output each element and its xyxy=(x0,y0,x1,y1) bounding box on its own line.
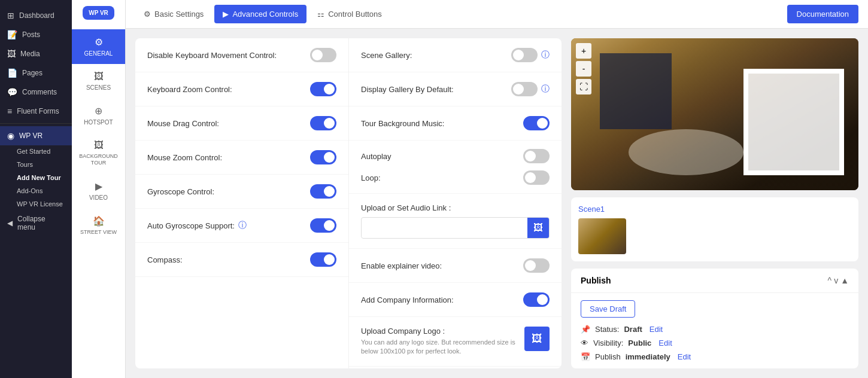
sidebar-item-posts[interactable]: 📝 Posts xyxy=(0,25,72,44)
zoom-in-button[interactable]: + xyxy=(576,43,591,59)
general-icon: ⚙ xyxy=(95,36,103,48)
toggle-slider xyxy=(523,116,550,130)
street-view-icon: 🏠 xyxy=(93,215,105,227)
tab-basic-settings[interactable]: ⚙ Basic Settings xyxy=(135,5,212,23)
right-panel: + - ⛶ Scene1 Publish ^ v ▲ xyxy=(571,38,858,368)
dashboard-icon: ⊞ xyxy=(7,11,14,20)
publish-status-row: 📌 Status: Draft Edit xyxy=(581,325,849,334)
save-draft-button[interactable]: Save Draft xyxy=(581,300,635,318)
publish-collapse-down[interactable]: v xyxy=(834,276,838,285)
sidebar-item-tours[interactable]: Tours xyxy=(12,158,72,170)
toggle-scene-gallery[interactable] xyxy=(511,48,538,62)
tabs-bar: ⚙ Basic Settings ▶ Advanced Controls ⚏ C… xyxy=(126,0,868,29)
toggle-disable-keyboard[interactable] xyxy=(310,48,336,62)
audio-upload-field: 🖼 xyxy=(361,217,550,239)
scene-gallery-info-icon[interactable]: ⓘ xyxy=(541,50,550,60)
audio-upload-input[interactable] xyxy=(362,219,527,237)
main-content: ⚙ Basic Settings ▶ Advanced Controls ⚏ C… xyxy=(126,0,868,378)
setting-loop: Loop: xyxy=(361,167,550,188)
sidebar-item-get-started[interactable]: Get Started xyxy=(12,145,72,157)
publish-controls-group: ^ v ▲ xyxy=(828,276,849,285)
sidebar-item-fluent-forms[interactable]: ≡ Fluent Forms xyxy=(0,102,72,121)
sub-sidebar-item-street-view[interactable]: 🏠 STREET VIEW xyxy=(72,208,125,243)
toggle-compass[interactable] xyxy=(310,252,336,267)
fullscreen-button[interactable]: ⛶ xyxy=(576,79,591,94)
toggle-slider xyxy=(310,184,336,199)
toggle-display-gallery[interactable] xyxy=(511,82,538,96)
posts-icon: 📝 xyxy=(7,30,17,39)
toggle-loop[interactable] xyxy=(523,170,550,185)
sidebar-item-comments[interactable]: 💬 Comments xyxy=(0,83,72,102)
toggle-slider xyxy=(310,116,336,130)
sidebar-item-pages[interactable]: 📄 Pages xyxy=(0,63,72,83)
tab-control-buttons[interactable]: ⚏ Control Buttons xyxy=(309,5,390,23)
wp-vr-logo: WP VR xyxy=(83,6,114,20)
publish-visibility-row: 👁 Visibility: Public Edit xyxy=(581,339,849,347)
toggle-slider xyxy=(310,252,336,267)
setting-autoplay: Autoplay xyxy=(361,145,550,167)
toggle-slider xyxy=(523,258,550,273)
wp-vr-icon: ◉ xyxy=(7,131,14,141)
display-gallery-info-icon[interactable]: ⓘ xyxy=(541,84,550,94)
logo-upload-button[interactable]: 🖼 xyxy=(524,327,550,351)
sub-sidebar-item-video[interactable]: ▶ VIDEO xyxy=(72,173,125,208)
setting-mouse-zoom: Mouse Zoom Control: xyxy=(135,141,348,175)
tab-advanced-controls[interactable]: ▶ Advanced Controls xyxy=(214,5,306,23)
basic-settings-icon: ⚙ xyxy=(144,10,151,19)
status-edit-link[interactable]: Edit xyxy=(650,325,663,334)
sub-sidebar-item-hotspot[interactable]: ⊕ HOTSPOT xyxy=(72,98,125,133)
hotspot-icon: ⊕ xyxy=(95,105,102,117)
sidebar-item-add-ons[interactable]: Add-Ons xyxy=(12,185,72,197)
sidebar-item-add-new-tour[interactable]: Add New Tour xyxy=(12,172,72,184)
sidebar-item-dashboard[interactable]: ⊞ Dashboard xyxy=(0,6,72,25)
scene-thumbnail xyxy=(578,218,626,254)
toggle-slider xyxy=(310,218,336,233)
publish-collapse-up[interactable]: ^ xyxy=(828,276,832,285)
sub-sidebar: WP VR ⚙ GENERAL 🖼 SCENES ⊕ HOTSPOT 🖼 BAC… xyxy=(72,0,126,378)
publish-meta: 📌 Status: Draft Edit 👁 Visibility: Publi… xyxy=(581,325,849,361)
publish-close[interactable]: ▲ xyxy=(840,276,849,285)
toggle-background-music[interactable] xyxy=(523,116,550,130)
toggle-autoplay[interactable] xyxy=(523,149,550,163)
setting-explainer-video: Enable explainer video: xyxy=(349,249,562,283)
toggle-company-info[interactable] xyxy=(523,292,550,307)
sub-sidebar-item-background-tour[interactable]: 🖼 BACKGROUND TOUR xyxy=(72,133,125,173)
sidebar-item-wp-vr[interactable]: ◉ WP VR xyxy=(0,126,72,145)
sidebar-item-license[interactable]: WP VR License xyxy=(12,198,72,210)
toggle-mouse-zoom[interactable] xyxy=(310,150,336,164)
toggle-mouse-drag[interactable] xyxy=(310,116,336,130)
toggle-auto-gyroscope[interactable] xyxy=(310,218,336,233)
auto-gyroscope-info-icon[interactable]: ⓘ xyxy=(238,220,247,231)
publish-time-row: 📅 Publish immediately Edit xyxy=(581,352,849,361)
toggle-keyboard-zoom[interactable] xyxy=(310,82,336,96)
sidebar: ⊞ Dashboard 📝 Posts 🖼 Media 📄 Pages 💬 Co… xyxy=(0,0,72,378)
sub-sidebar-item-general[interactable]: ⚙ GENERAL xyxy=(72,29,125,64)
setting-logo-upload: Upload Company Logo : You can add any lo… xyxy=(349,317,562,367)
setting-background-music: Tour Background Music: xyxy=(349,106,562,141)
scenes-icon: 🖼 xyxy=(94,71,104,82)
setting-gyroscope: Gyroscope Control: xyxy=(135,175,348,209)
publish-time-edit-link[interactable]: Edit xyxy=(678,352,691,361)
toggle-gyroscope[interactable] xyxy=(310,184,336,199)
setting-mouse-drag: Mouse Drag Control: xyxy=(135,106,348,141)
toggle-slider xyxy=(523,292,550,307)
setting-display-gallery: Display Gallery By Default: ⓘ xyxy=(349,72,562,106)
sidebar-item-media[interactable]: 🖼 Media xyxy=(0,44,72,63)
advanced-controls-icon: ▶ xyxy=(223,10,229,19)
sub-sidebar-item-scenes[interactable]: 🖼 SCENES xyxy=(72,64,125,98)
visibility-edit-link[interactable]: Edit xyxy=(658,339,672,347)
documentation-button[interactable]: Documentation xyxy=(787,5,858,23)
collapse-menu[interactable]: ◀ Collapse menu xyxy=(0,210,72,236)
fluent-forms-icon: ≡ xyxy=(7,106,12,116)
room-preview: + - ⛶ xyxy=(571,38,858,190)
zoom-out-button[interactable]: - xyxy=(576,61,591,77)
toggle-explainer-video[interactable] xyxy=(523,258,550,273)
setting-company-info: Add Company Information: xyxy=(349,283,562,317)
toggle-slider xyxy=(523,149,550,163)
audio-upload-button[interactable]: 🖼 xyxy=(527,218,549,238)
setting-auto-gyroscope: Auto Gyroscope Support: ⓘ xyxy=(135,209,348,243)
pages-icon: 📄 xyxy=(7,68,17,78)
visibility-icon: 👁 xyxy=(581,339,588,347)
content-area: Disable Keyboard Movement Control: Keybo… xyxy=(126,29,868,378)
settings-grid: Disable Keyboard Movement Control: Keybo… xyxy=(135,38,562,368)
